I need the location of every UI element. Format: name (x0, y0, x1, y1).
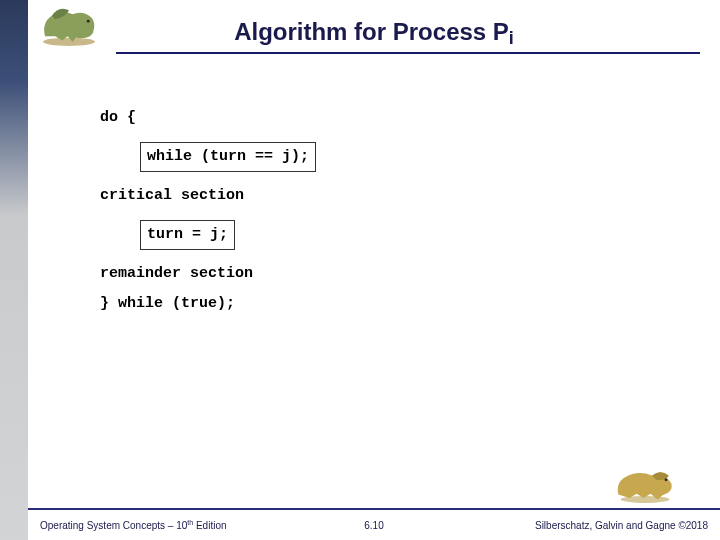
footer-left-text-a: Operating System Concepts – 10 (40, 520, 187, 531)
title-underline (116, 52, 700, 54)
footer-left-text-b: Edition (193, 520, 226, 531)
svg-point-3 (665, 478, 668, 481)
code-block: do { while (turn == j); critical section… (100, 100, 680, 322)
dinosaur-icon (610, 462, 680, 506)
footer-left: Operating System Concepts – 10th Edition (40, 519, 227, 531)
footer-right: Silberschatz, Galvin and Gagne ©2018 (535, 520, 708, 531)
code-box-turn: turn = j; (140, 220, 235, 250)
code-line: } while (true); (100, 292, 680, 316)
code-line: do { (100, 106, 680, 130)
sidebar-gradient (0, 0, 28, 540)
footer-page-number: 6.10 (364, 520, 383, 531)
slide-footer: Operating System Concepts – 10th Edition… (28, 508, 720, 540)
slide-title: Algorithm for Process Pi (28, 6, 720, 52)
code-line: critical section (100, 184, 680, 208)
title-subscript: i (509, 28, 514, 48)
code-box-while: while (turn == j); (140, 142, 316, 172)
svg-point-0 (43, 38, 95, 46)
dinosaur-icon (34, 2, 104, 50)
slide-header: Algorithm for Process Pi (28, 0, 720, 54)
svg-point-1 (87, 20, 90, 23)
code-line: remainder section (100, 262, 680, 286)
title-text: Algorithm for Process P (234, 18, 509, 45)
